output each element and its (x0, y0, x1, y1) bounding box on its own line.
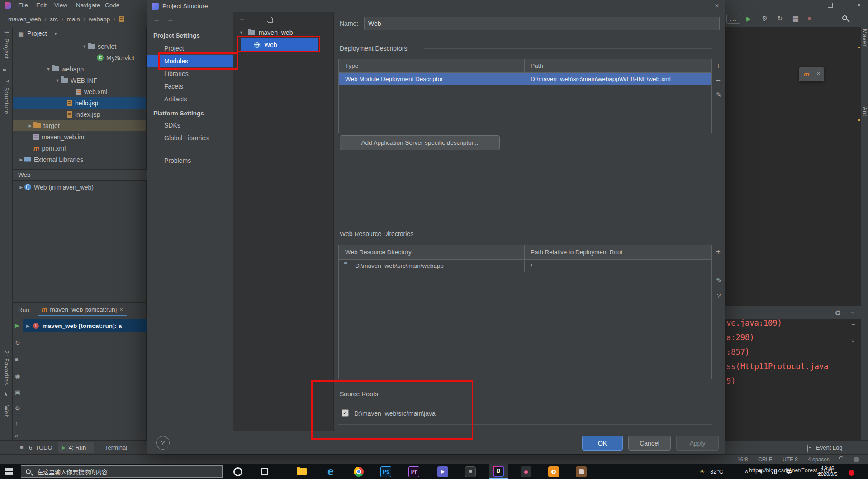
run-toolwindow-button[interactable]: 4: Run (69, 441, 86, 455)
tree-row[interactable]: index.jsp (13, 109, 146, 120)
stripe-ant-button[interactable]: Ant (862, 107, 868, 117)
dialog-help-button[interactable]: ? (156, 436, 170, 450)
expander-icon[interactable]: ▼ (81, 44, 88, 49)
media-player-icon[interactable]: ▶ (434, 464, 452, 479)
breadcrumb-item[interactable]: main (66, 16, 80, 23)
rerun-run-icon[interactable]: ▶ (15, 322, 19, 329)
indent-indicator[interactable]: 4 spaces (808, 455, 830, 465)
sidebar-item-facets[interactable]: Facets (147, 80, 233, 93)
run-button[interactable]: ▶ (746, 15, 751, 22)
dark-app-icon[interactable]: ≡ (461, 464, 479, 479)
tree-row[interactable]: maven_web.iml (13, 131, 146, 142)
add-app-server-descriptor-button[interactable]: Add Application Server specific descript… (340, 135, 500, 150)
maven-toolwindow-chip[interactable]: m × (799, 67, 824, 81)
coverage-button[interactable]: ▦ (792, 14, 799, 23)
sidebar-item-sdks[interactable]: SDKs (147, 119, 233, 132)
console-settings-icon[interactable]: ⚙ (835, 309, 841, 317)
add-module-button[interactable]: + (240, 15, 244, 23)
expand-collapse-icon[interactable]: ↕ (15, 420, 18, 427)
close-icon[interactable]: × (816, 70, 820, 77)
column-header-path[interactable]: Path (531, 59, 543, 73)
task-view-icon[interactable] (256, 464, 274, 479)
orange-app-icon[interactable] (545, 464, 563, 479)
temperature-label[interactable]: 32°C (710, 464, 723, 479)
sidebar-item-global-libraries[interactable]: Global Libraries (147, 132, 233, 144)
window-minimize-button[interactable]: ─ (798, 0, 813, 11)
menu-view[interactable]: View (52, 0, 70, 11)
tree-row[interactable]: ▶ External Libraries (13, 154, 146, 165)
edit-resource-icon[interactable]: ✎ (716, 277, 722, 284)
event-log-button[interactable]: Event Log (816, 441, 843, 455)
breadcrumb-item[interactable]: webapp (89, 16, 110, 23)
breadcrumb-item[interactable]: src (50, 16, 58, 23)
rerun-button[interactable]: ↻ (777, 14, 783, 23)
expander-icon[interactable]: ▶ (18, 185, 24, 190)
eye-icon[interactable]: ◉ (15, 373, 20, 379)
intellij-icon-active[interactable]: IJ (489, 464, 508, 479)
expander-icon[interactable]: ▶ (27, 123, 33, 128)
breadcrumb-item[interactable]: maven_web (8, 16, 41, 23)
tree-row-selected[interactable]: hello.jsp (13, 97, 146, 109)
stripe-favorites-button[interactable]: 2: Favorites (3, 351, 9, 385)
menu-file[interactable]: File (15, 0, 31, 11)
camera-icon[interactable]: ▣ (15, 389, 20, 396)
web-toolwindow-header[interactable]: Web (13, 169, 147, 181)
sidebar-item-problems[interactable]: Problems (147, 154, 233, 167)
column-header-type[interactable]: Type (345, 59, 358, 73)
edge-icon[interactable]: e (322, 464, 340, 479)
table-row[interactable]: D:\maven_web\src\main\webapp / (339, 260, 711, 272)
name-input[interactable]: Web (364, 17, 720, 30)
brown-app-icon[interactable] (572, 464, 590, 479)
tree-row[interactable]: m pom.xml (13, 142, 146, 154)
red-app-icon[interactable]: ◆ (517, 464, 535, 479)
window-maximize-button[interactable] (828, 3, 833, 8)
menu-navigate[interactable]: Navigate (73, 0, 103, 11)
remove-module-button[interactable]: − (252, 15, 257, 23)
add-descriptor-icon[interactable]: + (716, 62, 721, 70)
menu-code[interactable]: Code (102, 0, 122, 11)
scroll-to-end-icon[interactable]: ↓ (851, 337, 854, 344)
premiere-icon[interactable]: Pr (405, 464, 423, 479)
remove-descriptor-icon[interactable]: − (716, 76, 721, 84)
web-tree-row[interactable]: ▶ Web (in maven_web) (13, 181, 146, 193)
sidebar-item-artifacts[interactable]: Artifacts (147, 93, 233, 105)
help-icon[interactable]: ? (717, 292, 721, 299)
tree-row[interactable]: ▶ target (13, 120, 146, 131)
expander-icon[interactable]: ▶ (18, 157, 24, 162)
apply-button-disabled[interactable]: Apply (676, 436, 719, 451)
tree-row[interactable]: ▼ webapp (13, 63, 146, 75)
run-config-selector[interactable]: … (726, 14, 740, 24)
dialog-close-button[interactable]: × (711, 0, 723, 12)
stop-button[interactable]: ■ (808, 15, 811, 22)
stripe-web-button[interactable]: Web (3, 405, 9, 418)
photoshop-icon[interactable]: Ps (377, 464, 395, 479)
soft-wrap-icon[interactable]: ≡ (851, 322, 855, 329)
indicator-icon[interactable] (854, 457, 859, 462)
notification-badge[interactable] (849, 470, 854, 476)
tree-row[interactable]: ▼ servlet (13, 41, 146, 52)
tree-row[interactable]: C MyServlet (13, 52, 146, 63)
window-close-button[interactable]: × (852, 0, 866, 11)
back-button[interactable]: ← (153, 12, 160, 27)
column-header-directory[interactable]: Web Resource Directory (345, 245, 412, 260)
close-icon[interactable]: × (119, 306, 123, 313)
cancel-button[interactable]: Cancel (628, 436, 671, 451)
edit-descriptor-icon[interactable]: ✎ (716, 91, 722, 98)
run-status-row[interactable]: ▶ ! maven_web [tomcat:run]: a (23, 319, 147, 332)
caret-position[interactable]: 16:8 (737, 455, 748, 465)
monitor-icon[interactable] (5, 456, 5, 463)
console-minimize-icon[interactable]: − (850, 308, 854, 316)
more-icon[interactable]: » (15, 432, 18, 439)
stripe-structure-button[interactable]: 7: Structure (3, 80, 9, 114)
rerun-icon[interactable]: ↻ (15, 339, 20, 346)
encoding-indicator[interactable]: UTF-8 (783, 455, 798, 465)
column-header-relative-path[interactable]: Path Relative to Deployment Root (531, 245, 622, 260)
stripe-project-button[interactable]: 1: Project (3, 31, 9, 59)
project-panel-header[interactable]: ▦ Project ▾ (13, 27, 147, 40)
stop-icon[interactable]: ■ (15, 356, 18, 363)
expander-icon[interactable]: ▼ (239, 30, 243, 35)
expander-icon[interactable]: ▼ (45, 67, 52, 71)
search-everywhere-icon[interactable] (842, 15, 847, 20)
chevron-down-icon[interactable]: ▾ (54, 27, 57, 40)
forward-button[interactable]: → (167, 12, 174, 27)
